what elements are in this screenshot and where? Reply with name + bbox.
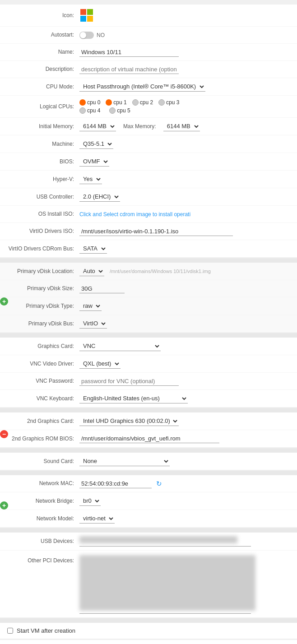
second-graphics-rom-input[interactable] <box>79 434 219 443</box>
usb-devices-row: USB Devices: ███████████████████████████… <box>0 533 297 551</box>
bios-select[interactable]: OVMF <box>79 157 109 167</box>
network-bridge-select[interactable]: br0 <box>79 496 101 506</box>
vdisk-location-row: Primary vDisk Location: Auto /mnt/user/d… <box>0 263 297 280</box>
usb-devices-value: ████████████████████████████████████████… <box>79 536 290 547</box>
cpu-dot-2 <box>132 99 139 106</box>
divider-3 <box>0 408 297 412</box>
name-value <box>79 48 290 57</box>
bios-label: BIOS: <box>7 158 79 166</box>
machine-row: Machine: Q35-5.1 <box>0 135 297 153</box>
vdisk-location-value: Auto /mnt/user/domains/Windows 10/11/vdi… <box>79 266 290 276</box>
second-graphics-section: − 2nd Graphics Card: Intel UHD Graphics … <box>0 412 297 447</box>
cpu-item-3[interactable]: cpu 3 <box>158 99 179 106</box>
divider-6 <box>0 528 297 533</box>
icon-row: Icon: <box>0 5 297 27</box>
vdisk-location-hint: /mnt/user/domains/Windows 10/11/vdisk1.i… <box>110 269 211 274</box>
vdisk-bus-row: Primary vDisk Bus: VirtIO <box>0 315 297 332</box>
network-model-value: virtio-net <box>79 514 290 524</box>
cpu-item-1[interactable]: cpu 1 <box>106 99 126 106</box>
virtio-cdrom-bus-value: SATA <box>79 244 290 254</box>
add-network-button[interactable]: + <box>0 501 8 510</box>
other-pci-value: ██████████ ██████ ████████ ████████ ████… <box>79 555 290 614</box>
second-graphics-card-select[interactable]: Intel UHD Graphics 630 (00:02.0) <box>79 416 179 426</box>
second-graphics-card-label: 2nd Graphics Card: <box>7 417 79 425</box>
virtio-cdrom-bus-select[interactable]: SATA <box>79 244 107 254</box>
cpu-item-5[interactable]: cpu 5 <box>109 107 130 114</box>
network-mac-label: Network MAC: <box>7 480 79 487</box>
virtio-cdrom-bus-row: VirtIO Drivers CDRom Bus: SATA <box>0 240 297 257</box>
usb-devices-label: USB Devices: <box>7 537 79 545</box>
hyperv-select[interactable]: Yes <box>79 174 102 184</box>
cpu-mode-row: CPU Mode: Host Passthrough (Intel® Core™… <box>0 78 297 96</box>
toggle-track[interactable] <box>79 32 94 39</box>
add-vdisk-button[interactable]: + <box>0 297 8 306</box>
vdisk-bus-label: Primary vDisk Bus: <box>7 320 79 328</box>
vm-creation-page: Icon: Autostart: <box>0 0 297 644</box>
network-mac-value: ↻ <box>79 479 290 488</box>
divider-4 <box>0 448 297 453</box>
cpu-item-2[interactable]: cpu 2 <box>132 99 153 106</box>
second-graphics-card-value: Intel UHD Graphics 630 (00:02.0) <box>79 416 290 426</box>
sound-card-select[interactable]: None <box>79 456 170 466</box>
second-graphics-rom-value <box>79 434 290 443</box>
usb-devices-underline <box>79 546 251 547</box>
windows-icon[interactable] <box>79 8 94 23</box>
graphics-card-select[interactable]: VNC <box>79 341 161 351</box>
remove-2nd-graphics-button[interactable]: − <box>0 430 8 438</box>
cpu-item-0[interactable]: cpu 0 <box>79 99 100 106</box>
description-input[interactable] <box>79 65 179 74</box>
os-install-iso-link[interactable]: Click and Select cdrom image to install … <box>79 211 190 218</box>
network-bridge-label: Network Bridge: <box>7 497 79 505</box>
start-vm-checkbox[interactable] <box>7 628 13 634</box>
vdisk-type-select[interactable]: raw <box>79 301 102 311</box>
vnc-keyboard-label: VNC Keyboard: <box>7 395 79 403</box>
virtio-cdrom-bus-label: VirtIO Drivers CDRom Bus: <box>7 245 79 253</box>
max-memory-select[interactable]: 6144 MB <box>163 121 200 131</box>
os-install-iso-value: Click and Select cdrom image to install … <box>79 211 290 218</box>
cpu-label-5: cpu 5 <box>117 107 130 114</box>
network-bridge-value: br0 <box>79 496 290 506</box>
autostart-state: NO <box>97 32 105 38</box>
svg-rect-5 <box>87 9 93 15</box>
svg-rect-7 <box>87 16 93 22</box>
logical-cpus-label: Logical CPUs: <box>7 103 79 111</box>
autostart-toggle[interactable]: NO <box>79 32 105 39</box>
cpu-mode-value: Host Passthrough (Intel® Core™ i5-8600K) <box>79 82 290 92</box>
vnc-video-driver-select[interactable]: QXL (best) <box>79 359 121 369</box>
sound-card-label: Sound Card: <box>7 458 79 465</box>
vdisk-bus-select[interactable]: VirtIO <box>79 319 107 329</box>
cpu-item-4[interactable]: cpu 4 <box>79 107 100 114</box>
os-install-iso-row: OS Install ISO: Click and Select cdrom i… <box>0 206 297 223</box>
machine-label: Machine: <box>7 140 79 148</box>
usb-controller-select[interactable]: 2.0 (EHCI) <box>79 192 120 202</box>
sound-card-value: None <box>79 456 290 466</box>
name-row: Name: <box>0 44 297 61</box>
cpu-mode-select[interactable]: Host Passthrough (Intel® Core™ i5-8600K) <box>79 82 205 92</box>
initial-memory-select[interactable]: 6144 MB <box>79 121 116 131</box>
vnc-password-label: VNC Password: <box>7 377 79 385</box>
vnc-password-row: VNC Password: <box>0 373 297 390</box>
usb-controller-row: USB Controller: 2.0 (EHCI) <box>0 188 297 206</box>
description-value <box>79 65 290 74</box>
vnc-password-input[interactable] <box>79 377 179 386</box>
vnc-keyboard-select[interactable]: English-United States (en-us) <box>79 394 188 403</box>
os-install-iso-label: OS Install ISO: <box>7 210 79 218</box>
second-graphics-rom-label: 2nd Graphics ROM BIOS: <box>7 435 79 443</box>
vdisk-type-label: Primary vDisk Type: <box>7 302 79 310</box>
cpu-label-3: cpu 3 <box>166 99 179 106</box>
virtio-iso-input[interactable] <box>79 227 233 236</box>
graphics-card-row: Graphics Card: VNC <box>0 338 297 355</box>
network-mac-input[interactable] <box>79 479 152 488</box>
machine-select[interactable]: Q35-5.1 <box>79 139 113 149</box>
second-graphics-card-row: 2nd Graphics Card: Intel UHD Graphics 63… <box>0 412 297 430</box>
refresh-mac-icon[interactable]: ↻ <box>156 480 162 488</box>
sound-card-row: Sound Card: None <box>0 453 297 470</box>
name-input[interactable] <box>79 48 179 57</box>
virtio-iso-row: VirtIO Drivers ISO: <box>0 223 297 240</box>
vdisk-size-input[interactable] <box>79 284 125 293</box>
network-model-select[interactable]: virtio-net <box>79 514 115 524</box>
autostart-row: Autostart: NO <box>0 27 297 44</box>
description-label: Description: <box>7 65 79 73</box>
cpu-label-4: cpu 4 <box>87 107 100 114</box>
vdisk-location-select[interactable]: Auto <box>79 266 104 276</box>
